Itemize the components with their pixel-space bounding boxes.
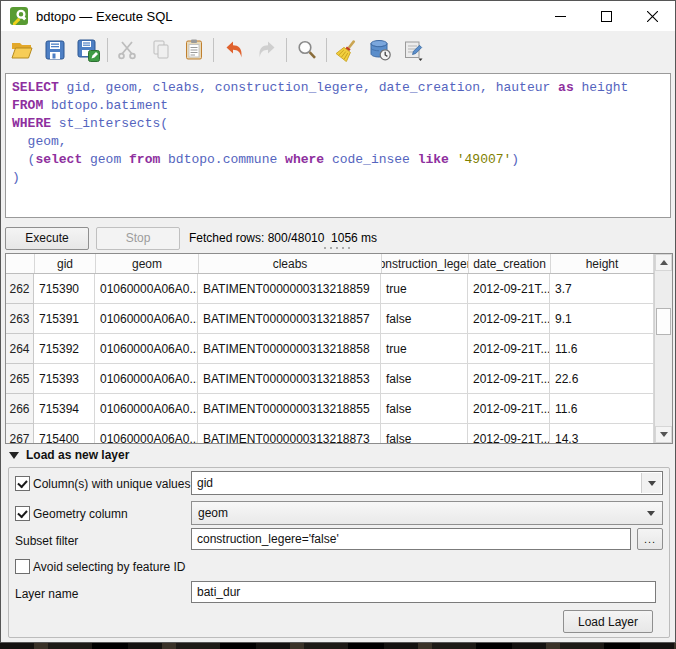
table-cell[interactable]: 2012-09-21T... [468, 274, 550, 304]
copy-button[interactable] [144, 34, 177, 66]
subset-filter-browse-button[interactable]: ... [637, 528, 663, 550]
redo-button[interactable] [250, 34, 283, 66]
table-cell[interactable]: 01060000A06A0... [95, 424, 198, 443]
open-query-button[interactable] [5, 34, 38, 66]
table-cell[interactable]: false [381, 394, 468, 424]
row-number[interactable]: 265 [6, 364, 34, 394]
table-cell[interactable]: 715393 [34, 364, 95, 394]
close-button[interactable] [629, 1, 675, 31]
table-cell[interactable]: 2012-09-21T... [468, 394, 550, 424]
query-history-button[interactable] [363, 34, 396, 66]
row-number[interactable]: 263 [6, 304, 34, 334]
column-header-geom[interactable]: geom [96, 254, 199, 273]
unique-values-combo[interactable]: gid [191, 471, 663, 495]
table-cell[interactable]: 11.6 [550, 334, 654, 364]
create-view-button[interactable] [396, 34, 429, 66]
arrow-down-icon [660, 432, 668, 437]
avoid-feature-id-checkbox[interactable] [15, 559, 30, 574]
table-cell[interactable]: BATIMENT0000000313218858 [198, 334, 381, 364]
table-row[interactable]: 26371539101060000A06A0...BATIMENT0000000… [6, 304, 654, 334]
maximize-button[interactable] [583, 1, 629, 31]
column-header-construction_legere[interactable]: construction_legere [382, 254, 469, 273]
table-row[interactable]: 26571539301060000A06A0...BATIMENT0000000… [6, 364, 654, 394]
table-cell[interactable]: 2012-09-21T... [468, 334, 550, 364]
unique-values-label: Column(s) with unique values [33, 477, 190, 491]
table-row[interactable]: 26671539401060000A06A0...BATIMENT0000000… [6, 394, 654, 424]
subset-filter-input[interactable]: construction_legere='false' [191, 528, 631, 550]
table-cell[interactable]: 715392 [34, 334, 95, 364]
table-cell[interactable]: BATIMENT0000000313218857 [198, 304, 381, 334]
find-button[interactable] [290, 34, 323, 66]
geometry-column-checkbox[interactable] [15, 506, 30, 521]
save-query-as-button[interactable] [71, 34, 104, 66]
table-cell[interactable]: true [381, 334, 468, 364]
table-cell[interactable]: 11.6 [550, 394, 654, 424]
table-cell[interactable]: false [381, 304, 468, 334]
table-cell[interactable]: 715400 [34, 424, 95, 443]
layer-name-input[interactable]: bati_dur [191, 581, 656, 603]
toolbar-separator [326, 38, 327, 62]
column-header-cleabs[interactable]: cleabs [199, 254, 382, 273]
table-cell[interactable]: 22.6 [550, 364, 654, 394]
row-number[interactable]: 267 [6, 424, 34, 443]
minimize-button[interactable] [537, 1, 583, 31]
row-number[interactable]: 264 [6, 334, 34, 364]
table-cell[interactable]: 715391 [34, 304, 95, 334]
table-cell[interactable]: 715394 [34, 394, 95, 424]
table-cell[interactable]: 2012-09-21T... [468, 364, 550, 394]
row-number[interactable]: 266 [6, 394, 34, 424]
table-cell[interactable]: 9.1 [550, 304, 654, 334]
clear-sql-button[interactable] [330, 34, 363, 66]
column-header-gid[interactable]: gid [35, 254, 96, 273]
vertical-scrollbar[interactable] [654, 254, 672, 443]
scroll-up-button[interactable] [655, 254, 672, 271]
save-query-button[interactable] [38, 34, 71, 66]
table-cell[interactable]: 01060000A06A0... [95, 274, 198, 304]
execute-button[interactable]: Execute [5, 227, 89, 250]
save-as-icon [76, 38, 100, 62]
geometry-column-combo[interactable]: geom [191, 501, 663, 525]
scrollbar-track[interactable] [655, 271, 672, 426]
subset-filter-value: construction_legere='false' [197, 532, 339, 546]
unique-values-value: gid [197, 476, 213, 490]
table-row[interactable]: 26771540001060000A06A0...BATIMENT0000000… [6, 424, 654, 443]
dropdown-button[interactable] [641, 473, 661, 493]
table-cell[interactable]: 3.7 [550, 274, 654, 304]
open-folder-icon [10, 38, 34, 62]
load-as-new-layer-header[interactable]: Load as new layer [9, 448, 129, 462]
splitter-handle[interactable] [323, 246, 351, 250]
table-cell[interactable]: 01060000A06A0... [95, 334, 198, 364]
column-header-height[interactable]: height [551, 254, 654, 273]
table-cell[interactable]: true [381, 274, 468, 304]
table-cell[interactable]: BATIMENT0000000313218873 [198, 424, 381, 443]
scroll-down-button[interactable] [655, 426, 672, 443]
table-cell[interactable]: 2012-09-21T... [468, 424, 550, 443]
table-cell[interactable]: 715390 [34, 274, 95, 304]
table-cell[interactable]: 01060000A06A0... [95, 364, 198, 394]
column-header-date_creation[interactable]: date_creation [469, 254, 551, 273]
sql-editor[interactable]: SELECT gid, geom, cleabs, construction_l… [5, 73, 671, 218]
table-cell[interactable]: BATIMENT0000000313218859 [198, 274, 381, 304]
table-cell[interactable]: 01060000A06A0... [95, 304, 198, 334]
scrollbar-thumb[interactable] [656, 308, 671, 335]
unique-values-checkbox[interactable] [15, 476, 30, 491]
table-cell[interactable]: 01060000A06A0... [95, 394, 198, 424]
paste-button[interactable] [177, 34, 210, 66]
load-layer-button[interactable]: Load Layer [563, 610, 653, 633]
table-cell[interactable]: 2012-09-21T... [468, 304, 550, 334]
table-cell[interactable]: false [381, 424, 468, 443]
sql-line: ) [12, 169, 670, 187]
table-cell[interactable]: false [381, 364, 468, 394]
titlebar[interactable]: bdtopo — Execute SQL [1, 1, 675, 31]
table-corner-cell[interactable] [6, 254, 35, 273]
table-row[interactable]: 26471539201060000A06A0...BATIMENT0000000… [6, 334, 654, 364]
undo-button[interactable] [217, 34, 250, 66]
stop-button[interactable]: Stop [96, 227, 180, 250]
table-cell[interactable]: 14.3 [550, 424, 654, 443]
chevron-down-icon [647, 511, 655, 516]
row-number[interactable]: 262 [6, 274, 34, 304]
table-row[interactable]: 26271539001060000A06A0...BATIMENT0000000… [6, 274, 654, 304]
cut-button[interactable] [111, 34, 144, 66]
table-cell[interactable]: BATIMENT0000000313218855 [198, 394, 381, 424]
table-cell[interactable]: BATIMENT0000000313218853 [198, 364, 381, 394]
